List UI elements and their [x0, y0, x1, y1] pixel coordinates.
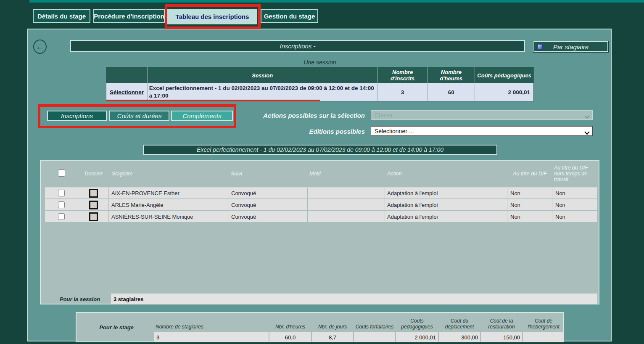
chevron-down-icon	[584, 130, 590, 136]
select-all-checkbox[interactable]	[58, 169, 65, 177]
stage-value-hebergement	[523, 332, 564, 342]
view-tab-couts-et-durees[interactable]: Coûts et durées	[109, 111, 169, 121]
session-total-label: Pour la session	[60, 296, 100, 302]
dossier-button[interactable]	[89, 189, 98, 198]
session-row: Sélectionner Excel perfectionnement - 1 …	[106, 83, 533, 101]
session-col-couts: Coûts pédagogiques	[475, 67, 533, 83]
stage-value-jours: 8,7	[312, 332, 353, 342]
session-description: Excel perfectionnement - 1 du 02/02/2023…	[148, 84, 377, 101]
stage-col-pedagogiques: Coûts pédagogiques	[396, 318, 438, 330]
table-rows: AIX-EN-PROVENCE Esther Convoqué Adaptati…	[45, 187, 597, 222]
cell-stagiaire: ASNIÈRES-SUR-SEINE Monique	[109, 211, 229, 222]
stage-value-deplacement: 300,00	[439, 332, 480, 342]
session-col-empty	[106, 67, 148, 83]
cell-dif: Non	[507, 211, 552, 222]
editions-select-value: Sélectionner ...	[375, 128, 414, 135]
cell-dif-hors: Non	[552, 211, 597, 222]
cell-motif	[308, 199, 385, 210]
cell-action: Adaptation à l'emploi	[385, 211, 507, 222]
actions-select-value: Choisir ...	[375, 112, 399, 119]
col-header-dif-hors: Au titre du DIF hors temps de travail	[554, 165, 596, 183]
session-summary-table: Session Nombre d'inscrits Nombre d'heure…	[106, 67, 534, 101]
stage-summary-table: Pour le stage Nombre de stagiaires Nbr. …	[76, 312, 564, 342]
chevron-down-icon	[584, 114, 590, 120]
cell-dif-hors: Non	[552, 199, 597, 210]
col-header-suivi: Suivi	[231, 171, 242, 177]
cell-dif: Non	[507, 188, 552, 198]
par-stagiaire-label: Par stagiaire	[553, 43, 589, 50]
session-col-session: Session	[148, 67, 378, 83]
page-title: Inscriptions -	[280, 42, 315, 50]
table-row: AIX-EN-PROVENCE Esther Convoqué Adaptati…	[45, 187, 597, 198]
session-count-caption: Une session	[106, 59, 534, 66]
cell-suivi: Convoqué	[229, 188, 308, 198]
inscriptions-table: Dossier Stagiaire Suivi Motif Action Au …	[40, 160, 599, 304]
tab-details-du-stage[interactable]: Détails du stage	[33, 9, 90, 23]
stage-summary-label: Pour le stage	[85, 313, 148, 341]
back-arrow-icon: ←	[36, 42, 44, 52]
stage-value-stagiaires: 3	[154, 332, 269, 342]
row-checkbox[interactable]	[58, 201, 65, 208]
stage-col-jours: Nbr. de jours	[312, 324, 353, 330]
row-checkbox[interactable]	[58, 213, 65, 220]
cell-action: Adaptation à l'emploi	[385, 199, 507, 210]
back-button[interactable]: ←	[33, 40, 47, 54]
cell-motif	[308, 188, 385, 198]
col-header-dossier: Dossier	[78, 171, 109, 177]
cell-dif: Non	[507, 199, 552, 210]
col-header-motif: Motif	[309, 171, 321, 177]
tab-gestion-du-stage[interactable]: Gestion du stage	[261, 9, 318, 23]
dossier-button[interactable]	[89, 212, 98, 221]
gem-icon	[538, 44, 543, 50]
main-panel: ← Inscriptions - Par stagiaire Une sessi…	[27, 29, 612, 341]
col-header-dif: Au titre du DIF	[507, 171, 552, 177]
session-banner: Excel perfectionnement - 1 du 02/02/2023…	[143, 145, 497, 155]
tab-procedure-inscription[interactable]: Procédure d'inscription	[93, 9, 165, 23]
cell-motif	[308, 211, 385, 222]
editions-select[interactable]: Sélectionner ...	[371, 126, 593, 136]
stage-col-deplacement: Coût du déplacement	[439, 318, 480, 330]
row-checkbox[interactable]	[58, 190, 65, 196]
cell-stagiaire: ARLES Marie-Angèle	[109, 199, 229, 210]
page-title-bar: Inscriptions -	[70, 40, 525, 52]
tab-tableau-des-inscriptions[interactable]: Tableau des inscriptions	[167, 9, 257, 24]
select-session-link[interactable]: Sélectionner	[106, 89, 147, 95]
stage-col-restauration: Coût de la restauration	[481, 318, 522, 330]
session-inscrits-value: 3	[378, 83, 428, 101]
table-row: ASNIÈRES-SUR-SEINE Monique Convoqué Adap…	[45, 211, 597, 222]
session-heures-value: 60	[428, 83, 475, 101]
session-col-inscrits: Nombre d'inscrits	[378, 67, 428, 83]
session-col-heures: Nombre d'heures	[428, 67, 475, 83]
session-total-value: 3 stagiaires	[111, 294, 597, 304]
cell-dif-hors: Non	[552, 188, 597, 198]
stage-col-stagiaires: Nombre de stagiaires	[156, 324, 231, 330]
stage-value-forfaitaires	[354, 332, 395, 342]
cell-action: Adaptation à l'emploi	[385, 188, 507, 198]
view-tab-inscriptions[interactable]: Inscriptions	[47, 111, 107, 121]
session-couts-value: 2 000,01	[475, 83, 533, 101]
session-table-header: Session Nombre d'inscrits Nombre d'heure…	[106, 67, 533, 83]
col-header-action: Action	[387, 171, 402, 177]
stage-value-pedagogiques: 2 000,01	[396, 332, 438, 342]
editions-label: Editions possibles	[297, 128, 365, 135]
table-row: ARLES Marie-Angèle Convoqué Adaptation à…	[45, 199, 597, 210]
stage-col-heures: Nbr. d'heures	[269, 324, 311, 330]
cell-stagiaire: AIX-EN-PROVENCE Esther	[109, 188, 229, 198]
stage-value-restauration: 150,00	[481, 332, 522, 342]
col-header-stagiaire: Stagiaire	[112, 171, 132, 177]
stage-col-hebergement: Coût de l'hébergement	[523, 318, 564, 330]
session-banner-text: Excel perfectionnement - 1 du 02/02/2023…	[197, 146, 443, 153]
stage-value-heures: 60,0	[269, 332, 311, 342]
actions-select[interactable]: Choisir ...	[371, 110, 593, 120]
cell-suivi: Convoqué	[229, 199, 308, 210]
top-accent-bar	[29, 0, 644, 3]
stage-col-forfaitaires: Coûts forfaitaires	[354, 324, 395, 330]
dossier-button[interactable]	[89, 201, 98, 209]
par-stagiaire-button[interactable]: Par stagiaire	[533, 41, 608, 52]
actions-label: Actions possibles sur la sélection	[213, 112, 365, 119]
cell-suivi: Convoqué	[229, 211, 308, 222]
